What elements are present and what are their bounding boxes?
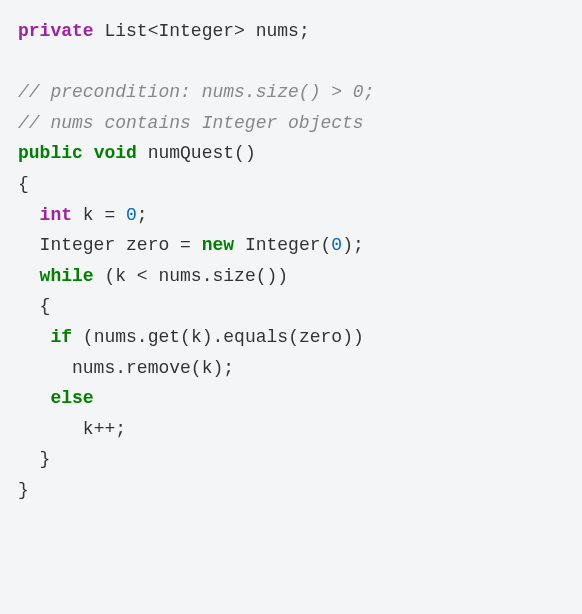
equals: = (94, 205, 126, 225)
rparen: ) (277, 266, 288, 286)
parens: () (234, 143, 256, 163)
lparen: ( (94, 266, 116, 286)
method-equals: equals (223, 327, 288, 347)
dot: . (213, 327, 224, 347)
number-zero: 0 (126, 205, 137, 225)
brace-close: } (40, 449, 51, 469)
identifier-nums: nums (158, 266, 201, 286)
identifier-zero: zero (126, 235, 169, 255)
rparen: ) (342, 327, 353, 347)
semicolon: ; (137, 205, 148, 225)
type-integer: Integer (158, 21, 234, 41)
identifier-nums: nums (72, 358, 115, 378)
code-line-14: k++; (83, 419, 126, 439)
method-size: size (212, 266, 255, 286)
identifier-zero: zero (299, 327, 342, 347)
code-line-5: public void numQuest() (18, 143, 256, 163)
code-line-12: nums.remove(k); (72, 358, 234, 378)
identifier-k: k (191, 327, 202, 347)
comment-contains: // nums contains Integer objects (18, 113, 364, 133)
keyword-public: public (18, 143, 83, 163)
keyword-new: new (202, 235, 234, 255)
parens: () (256, 266, 278, 286)
code-line-1: private List<Integer> nums; (18, 21, 310, 41)
angle-open: < (148, 21, 159, 41)
code-block: private List<Integer> nums; // precondit… (18, 16, 564, 506)
rparen: ) (202, 327, 213, 347)
semicolon: ; (115, 419, 126, 439)
identifier-k: k (83, 205, 94, 225)
semicolon: ; (299, 21, 310, 41)
semicolon: ; (353, 235, 364, 255)
rparen: ) (342, 235, 353, 255)
semicolon: ; (223, 358, 234, 378)
ctor-integer: Integer (245, 235, 321, 255)
identifier-k: k (115, 266, 126, 286)
dot: . (115, 358, 126, 378)
lparen: ( (321, 235, 332, 255)
method-get: get (148, 327, 180, 347)
dot: . (202, 266, 213, 286)
brace-open: { (40, 296, 51, 316)
type-integer: Integer (40, 235, 116, 255)
method-remove: remove (126, 358, 191, 378)
dot: . (137, 327, 148, 347)
increment: ++ (94, 419, 116, 439)
identifier-k: k (202, 358, 213, 378)
rparen: ) (212, 358, 223, 378)
angle-close: > (234, 21, 245, 41)
keyword-void: void (94, 143, 137, 163)
identifier-k: k (83, 419, 94, 439)
brace-open: { (18, 174, 29, 194)
code-line-9: while (k < nums.size()) (40, 266, 289, 286)
keyword-else: else (50, 388, 93, 408)
number-zero: 0 (331, 235, 342, 255)
keyword-while: while (40, 266, 94, 286)
comment-precondition: // precondition: nums.size() > 0; (18, 82, 374, 102)
code-line-8: Integer zero = new Integer(0); (40, 235, 364, 255)
keyword-private: private (18, 21, 94, 41)
lparen: ( (288, 327, 299, 347)
lparen: ( (72, 327, 94, 347)
identifier-nums: nums (94, 327, 137, 347)
lparen: ( (191, 358, 202, 378)
type-list: List (104, 21, 147, 41)
keyword-int: int (40, 205, 72, 225)
lt-op: < (126, 266, 158, 286)
keyword-if: if (50, 327, 72, 347)
rparen: ) (353, 327, 364, 347)
lparen: ( (180, 327, 191, 347)
equals: = (169, 235, 201, 255)
brace-close: } (18, 480, 29, 500)
method-numquest: numQuest (148, 143, 234, 163)
identifier-nums: nums (256, 21, 299, 41)
code-line-7: int k = 0; (40, 205, 148, 225)
code-line-11: if (nums.get(k).equals(zero)) (50, 327, 363, 347)
